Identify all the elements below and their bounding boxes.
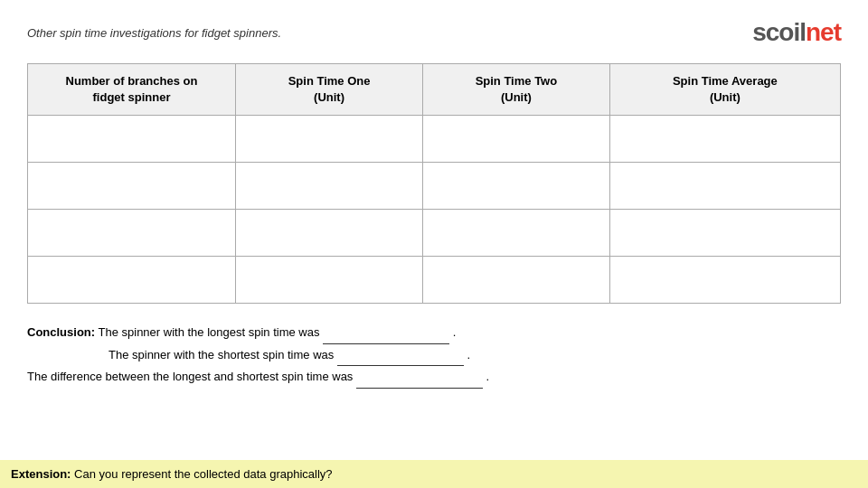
- cell: [28, 163, 236, 210]
- extension-label: Extension:: [11, 467, 71, 481]
- cell: [28, 210, 236, 257]
- cell: [609, 116, 840, 163]
- conclusion-line2-suffix: .: [467, 348, 471, 361]
- cell: [609, 163, 840, 210]
- col-header-branches: Number of branches onfidget spinner: [28, 64, 236, 116]
- logo: scoilnet: [752, 18, 841, 47]
- logo-scoil: scoil: [752, 18, 806, 46]
- col-header-spin-time-two: Spin Time Two(Unit): [423, 64, 610, 116]
- cell: [236, 257, 423, 304]
- cell: [423, 257, 610, 304]
- conclusion-line2-prefix: The spinner with the shortest spin time …: [108, 348, 337, 361]
- conclusion-line3-suffix: .: [486, 370, 490, 383]
- table-row: [28, 210, 841, 257]
- conclusion-line2-blank: [337, 344, 464, 366]
- cell: [423, 163, 610, 210]
- extension-section: Extension: Can you represent the collect…: [0, 460, 868, 488]
- header: Other spin time investigations for fidge…: [27, 18, 841, 47]
- table-header-row: Number of branches onfidget spinner Spin…: [28, 64, 841, 116]
- table-row: [28, 257, 841, 304]
- cell: [28, 116, 236, 163]
- extension-text: Can you represent the collected data gra…: [74, 467, 332, 481]
- conclusion-line3-blank: [356, 366, 483, 388]
- cell: [236, 210, 423, 257]
- col-header-spin-time-avg: Spin Time Average(Unit): [609, 64, 840, 116]
- logo-net: net: [806, 18, 841, 46]
- table-row: [28, 116, 841, 163]
- table-row: [28, 163, 841, 210]
- conclusion-line1-prefix: The spinner with the longest spin time w…: [99, 325, 324, 339]
- conclusion-line1-blank: [323, 322, 449, 343]
- conclusion-label: Conclusion:: [27, 325, 95, 339]
- conclusion-line1: Conclusion: The spinner with the longest…: [27, 322, 841, 343]
- conclusion-line1-suffix: .: [453, 325, 457, 339]
- cell: [423, 210, 610, 257]
- cell: [236, 116, 423, 163]
- page-subtitle: Other spin time investigations for fidge…: [27, 26, 281, 40]
- conclusion-line3: The difference between the longest and s…: [27, 366, 841, 388]
- data-table-container: Number of branches onfidget spinner Spin…: [27, 63, 841, 304]
- cell: [28, 257, 236, 304]
- col-header-spin-time-one: Spin Time One(Unit): [236, 64, 423, 116]
- page: Other spin time investigations for fidge…: [0, 0, 868, 488]
- cell: [423, 116, 610, 163]
- cell: [236, 163, 423, 210]
- data-table: Number of branches onfidget spinner Spin…: [27, 63, 841, 304]
- conclusion-line2: The spinner with the shortest spin time …: [27, 344, 841, 366]
- conclusion-section: Conclusion: The spinner with the longest…: [27, 322, 841, 388]
- cell: [609, 257, 840, 304]
- cell: [609, 210, 840, 257]
- conclusion-line3-prefix: The difference between the longest and s…: [27, 370, 356, 383]
